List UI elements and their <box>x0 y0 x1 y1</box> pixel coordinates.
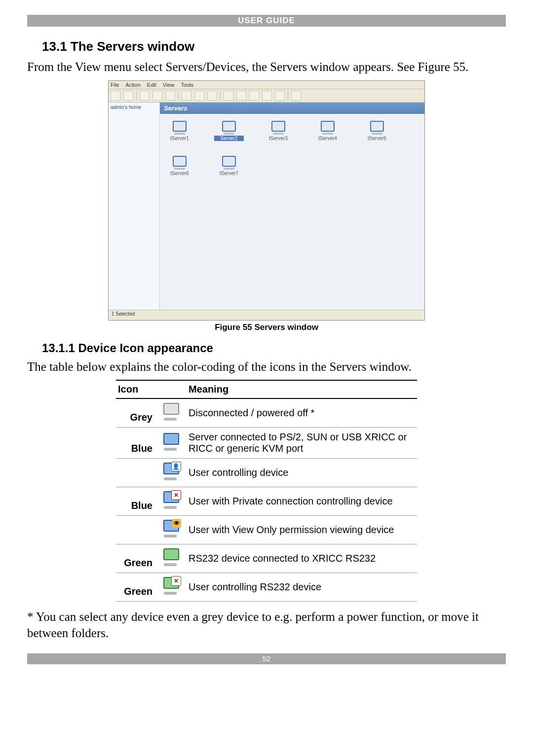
toolbar-separator <box>220 91 221 101</box>
toolbar-icon <box>275 91 285 101</box>
icon-color-label: Blue <box>116 428 155 459</box>
table-row: 👁User with View Only permission viewing … <box>116 516 417 544</box>
server-item: Server2 <box>214 121 244 141</box>
menu-file: File <box>111 82 119 88</box>
icon-color-label <box>116 459 155 487</box>
server-icon <box>271 121 285 134</box>
meaning-cell: User controlling RS232 device <box>187 573 417 602</box>
meaning-cell: User controlling device <box>187 459 417 487</box>
toolbar-icon <box>182 91 191 101</box>
server-item: tServer4 <box>313 121 343 141</box>
table-row: GreenRS232 device connected to XRICC RS2… <box>116 544 417 573</box>
toolbar-icon <box>291 91 301 101</box>
menu-view: View <box>163 82 175 88</box>
server-item: tServer7 <box>214 156 244 176</box>
table-row: 👤User controlling device <box>116 459 417 487</box>
icon-cell <box>155 398 187 428</box>
table-row: GreyDisconnected / powered off * <box>116 398 417 428</box>
toolbar-icon <box>123 91 133 101</box>
icon-cell <box>155 544 187 573</box>
server-label: tServer5 <box>362 136 392 141</box>
private-x-overlay-icon: ✕ <box>171 576 181 586</box>
toolbar-icon <box>224 91 233 101</box>
table-row: Green✕User controlling RS232 device <box>116 573 417 602</box>
server-icon <box>370 121 384 134</box>
server-label: Server2 <box>214 136 244 141</box>
icon-cell: 👤 <box>155 459 187 487</box>
toolbar-icon <box>249 91 259 101</box>
content-pane: Servers tServer1Server2tServer3tServer4t… <box>160 103 424 310</box>
icon-cell: ✕ <box>155 573 187 602</box>
toolbar-icon <box>165 91 175 101</box>
server-label: tServer4 <box>313 136 343 141</box>
icon-color-label: Grey <box>116 398 155 428</box>
table-intro: The table below explains the color-codin… <box>27 359 506 375</box>
meaning-cell: User with View Only permission viewing d… <box>187 516 417 544</box>
toolbar-icon <box>111 91 120 101</box>
toolbar-icon <box>262 91 272 101</box>
device-icon: 👁 <box>162 520 180 538</box>
footnote: * You can select any device even a grey … <box>27 609 506 641</box>
menubar: File Action Edit View Tools <box>109 81 424 89</box>
icon-cell <box>155 428 187 459</box>
table-row: Blue✕User with Private connection contro… <box>116 487 417 516</box>
meaning-cell: User with Private connection controlling… <box>187 487 417 516</box>
server-icon <box>321 121 335 134</box>
menu-tools: Tools <box>181 82 193 88</box>
figure-caption: Figure 55 Servers window <box>27 323 506 332</box>
tree-pane: admin's home <box>109 103 160 310</box>
device-icon: ✕ <box>162 491 180 509</box>
toolbar-icon <box>140 91 150 101</box>
intro-paragraph: From the View menu select Servers/Device… <box>27 59 506 75</box>
toolbar-icon <box>207 91 217 101</box>
icon-color-label <box>116 516 155 544</box>
icon-color-label: Green <box>116 544 155 573</box>
toolbar-icon <box>236 91 246 101</box>
server-icon <box>222 121 236 134</box>
server-icon <box>173 121 187 134</box>
toolbar-icon <box>194 91 204 101</box>
menu-action: Action <box>125 82 141 88</box>
toolbar <box>109 89 424 103</box>
device-icon <box>162 433 180 451</box>
toolbar-separator <box>288 91 288 101</box>
subsection-heading: 13.1.1 Device Icon appearance <box>42 341 506 355</box>
server-label: tServer3 <box>264 136 293 141</box>
statusbar: 1 Selected <box>109 310 424 320</box>
device-icon: 👤 <box>162 463 180 480</box>
table-row: BlueServer connected to PS/2, SUN or USB… <box>116 428 417 459</box>
server-icon <box>173 156 187 169</box>
meaning-cell: RS232 device connected to XRICC RS232 <box>187 544 417 573</box>
server-label: tServer7 <box>214 171 244 176</box>
section-heading: 13.1 The Servers window <box>42 39 506 54</box>
col-header-meaning: Meaning <box>187 380 417 398</box>
server-icon-grid: tServer1Server2tServer3tServer4tServer5t… <box>160 114 424 183</box>
server-item: tServer6 <box>165 156 194 176</box>
meaning-cell: Server connected to PS/2, SUN or USB XRI… <box>187 428 417 459</box>
icon-cell: 👁 <box>155 516 187 544</box>
device-icon: ✕ <box>162 577 180 595</box>
icon-cell: ✕ <box>155 487 187 516</box>
meaning-cell: Disconnected / powered off * <box>187 398 417 428</box>
menu-edit: Edit <box>147 82 156 88</box>
server-label: tServer6 <box>165 171 194 176</box>
content-title: Servers <box>160 103 424 114</box>
col-header-icon: Icon <box>116 380 187 398</box>
user-overlay-icon: 👤 <box>171 462 181 471</box>
toolbar-separator <box>136 91 137 101</box>
servers-window-screenshot: File Action Edit View Tools <box>108 80 425 321</box>
server-icon <box>222 156 236 169</box>
server-item: tServer1 <box>165 121 194 141</box>
header-banner: USER GUIDE <box>27 15 506 27</box>
icon-color-label: Blue <box>116 487 155 516</box>
device-icon <box>162 548 180 566</box>
footer-page-number: 52 <box>27 653 506 664</box>
tree-root: admin's home <box>111 105 157 110</box>
icon-meaning-table: Icon Meaning GreyDisconnected / powered … <box>116 380 417 602</box>
figure-55: File Action Edit View Tools <box>27 80 506 332</box>
server-label: tServer1 <box>165 136 194 141</box>
eye-overlay-icon: 👁 <box>172 519 181 528</box>
device-icon <box>162 403 180 421</box>
private-x-overlay-icon: ✕ <box>171 490 181 500</box>
toolbar-icon <box>152 91 162 101</box>
